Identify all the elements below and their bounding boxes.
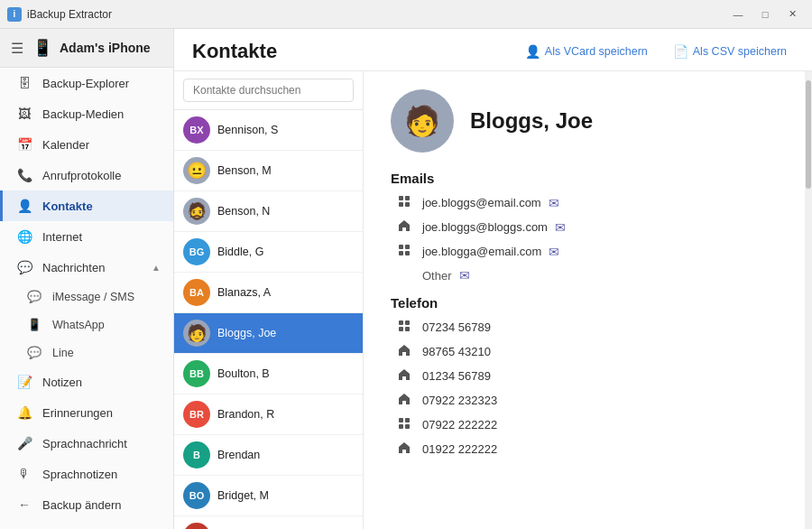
phone-row: 07234 56789 [391, 320, 785, 335]
email-action-icon[interactable]: ✉ [549, 196, 559, 210]
hamburger-icon[interactable]: ☰ [11, 40, 23, 57]
sidebar-sub-label: iMessage / SMS [52, 291, 134, 303]
email-row: joe.blogga@email.com ✉ [391, 244, 785, 259]
list-item[interactable]: BA Blanazs, A [174, 273, 363, 313]
home-icon [395, 219, 413, 235]
phone-number: 01234 56789 [422, 369, 491, 383]
sidebar-item-kontakte[interactable]: 👤 Kontakte [0, 190, 173, 221]
window-controls: — □ ✕ [725, 5, 805, 24]
telefon-section: Telefon 07234 56789 [391, 295, 785, 457]
sidebar-item-label: Backup-Explorer [42, 77, 129, 90]
phone-number: 07234 56789 [422, 320, 491, 334]
sidebar-item-sprachnachricht[interactable]: 🎤 Sprachnachricht [0, 428, 173, 459]
sidebar-item-label: Sprachnachricht [42, 437, 127, 450]
sprachnachricht-icon: 🎤 [15, 436, 33, 450]
sidebar-item-erinnerungen[interactable]: 🔔 Erinnerungen [0, 397, 173, 428]
app-title: iBackup Extractor [27, 8, 725, 21]
svg-rect-8 [399, 320, 403, 325]
header-actions: 👤 Als VCard speichern 📄 Als CSV speicher… [518, 41, 794, 62]
list-item[interactable]: 🧑 Bloggs, Joe [174, 313, 363, 354]
phone-number: 01922 222222 [422, 442, 497, 456]
list-item[interactable]: BR bristow, r [174, 516, 363, 529]
phone-number: 07922 222222 [422, 418, 497, 432]
avatar: BG [183, 238, 210, 265]
sidebar-item-sprachnotizen[interactable]: 🎙 Sprachnotizen [0, 459, 173, 489]
backup-explorer-icon: 🗄 [15, 76, 33, 90]
nachrichten-label: Nachrichten [42, 261, 152, 274]
whatsapp-icon: 📱 [27, 318, 45, 331]
main-content: Kontakte 👤 Als VCard speichern 📄 Als CSV… [174, 29, 812, 529]
sidebar-item-label: Notizen [42, 376, 82, 389]
list-item[interactable]: 🧔 Benson, N [174, 191, 363, 232]
imessage-icon: 💬 [27, 290, 45, 303]
avatar: BB [183, 360, 210, 387]
other-email-icon[interactable]: ✉ [459, 268, 470, 283]
sidebar-item-imessage[interactable]: 💬 iMessage / SMS [0, 283, 173, 311]
grid-icon [395, 195, 413, 210]
avatar: B [183, 441, 210, 469]
sidebar-item-anrufprotokolle[interactable]: 📞 Anrufprotokolle [0, 160, 173, 190]
svg-rect-5 [405, 245, 410, 249]
svg-rect-7 [405, 251, 410, 255]
other-row: Other ✉ [391, 268, 785, 283]
list-item[interactable]: BO Bridget, M [174, 476, 363, 516]
backup-aendern-icon: ← [15, 497, 33, 512]
phone-row: 98765 43210 [391, 344, 785, 359]
sprachnotizen-icon: 🎙 [15, 467, 33, 481]
vcard-icon: 👤 [525, 44, 540, 59]
contact-list: BX Bennison, S 😐 Benson, M 🧔 Benson, N [174, 110, 363, 529]
sidebar-item-label: Sprachnotizen [42, 468, 117, 481]
contact-name: Benson, M [217, 164, 272, 177]
list-item[interactable]: BB Boulton, B [174, 354, 363, 394]
svg-rect-14 [399, 424, 403, 429]
scrollbar[interactable] [805, 71, 812, 529]
list-item[interactable]: 😐 Benson, M [174, 151, 363, 191]
minimize-button[interactable]: — [725, 5, 751, 24]
save-csv-button[interactable]: 📄 Als CSV speichern [666, 41, 794, 62]
list-item[interactable]: B Brendan [174, 435, 363, 476]
contact-name: Blanazs, A [217, 286, 271, 299]
contact-name: Brendan [217, 449, 260, 461]
erinnerungen-icon: 🔔 [15, 405, 33, 420]
kalender-icon: 📅 [15, 137, 33, 152]
phone-home-icon-4 [395, 441, 413, 457]
email-action-icon[interactable]: ✉ [549, 245, 559, 259]
sidebar-item-line[interactable]: 💬 Line [0, 339, 173, 367]
internet-icon: 🌐 [15, 229, 33, 244]
sidebar-item-nachrichten[interactable]: 💬 Nachrichten ▲ [0, 252, 173, 283]
phone-number: 07922 232323 [422, 394, 497, 407]
email-address: joe.bloggs@bloggs.com [422, 220, 548, 234]
scrollbar-thumb [806, 80, 811, 189]
close-button[interactable]: ✕ [780, 5, 805, 24]
notizen-icon: 📝 [15, 375, 33, 389]
two-panel: BX Bennison, S 😐 Benson, M 🧔 Benson, N [174, 71, 812, 529]
sidebar-item-notizen[interactable]: 📝 Notizen [0, 367, 173, 397]
maximize-button[interactable]: □ [752, 5, 778, 24]
sidebar-item-whatsapp[interactable]: 📱 WhatsApp [0, 311, 173, 339]
detail-avatar: 🧑 [391, 89, 454, 153]
svg-rect-4 [399, 245, 403, 249]
search-input[interactable] [183, 79, 354, 102]
svg-rect-1 [405, 196, 410, 200]
phone-grid-icon [395, 320, 413, 335]
phone-row: 01922 222222 [391, 441, 785, 457]
save-vcard-button[interactable]: 👤 Als VCard speichern [518, 41, 655, 62]
phone-icon: 📱 [32, 38, 52, 58]
sidebar-item-internet[interactable]: 🌐 Internet [0, 221, 173, 252]
svg-rect-2 [399, 202, 403, 207]
email-action-icon[interactable]: ✉ [555, 220, 566, 235]
anruf-icon: 📞 [15, 168, 33, 182]
sidebar-item-backup-explorer[interactable]: 🗄 Backup-Explorer [0, 68, 173, 98]
list-item[interactable]: BX Bennison, S [174, 110, 363, 151]
list-item[interactable]: BG Biddle, G [174, 232, 363, 273]
sidebar-item-backup-aendern[interactable]: ← Backup ändern [0, 489, 173, 520]
sidebar-item-kalender[interactable]: 📅 Kalender [0, 129, 173, 160]
sidebar-item-label: Backup-Medien [42, 107, 124, 121]
nachrichten-icon: 💬 [15, 260, 33, 274]
list-item[interactable]: BR Brandon, R [174, 394, 363, 435]
sidebar-item-backup-medien[interactable]: 🖼 Backup-Medien [0, 98, 173, 129]
svg-rect-10 [399, 327, 403, 331]
sidebar-item-label: Backup ändern [42, 498, 121, 512]
app-icon: i [7, 7, 22, 22]
sidebar-item-einstellungen[interactable]: ⚙ Einstellungen [0, 520, 173, 529]
